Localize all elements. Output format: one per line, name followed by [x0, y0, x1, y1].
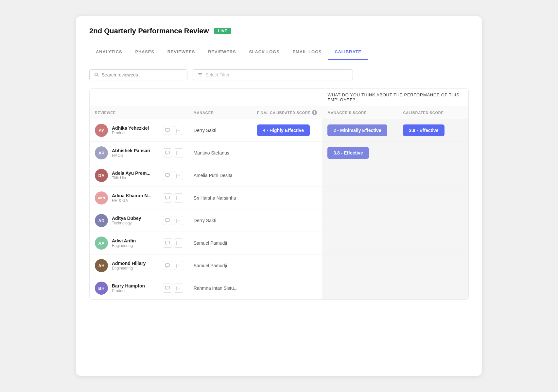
manager-cell: Rahmna Intan Sistu... — [188, 277, 252, 300]
calibrated-score-cell — [398, 164, 468, 187]
calibrated-score-cell — [398, 187, 468, 209]
final-score-cell — [252, 254, 323, 277]
pin-button[interactable]: |← — [174, 193, 183, 203]
manager-score-cell — [322, 187, 398, 209]
th-what-header: What do you think about the performance … — [322, 89, 468, 106]
th-reviewee: REVIEWEE — [90, 106, 188, 119]
pin-button[interactable]: |← — [174, 126, 183, 135]
svg-rect-10 — [166, 241, 169, 244]
header: 2nd Quarterly Performance Review LIVE — [76, 16, 482, 42]
reviewee-dept: Engineering — [112, 266, 146, 270]
final-score-cell — [252, 164, 323, 187]
search-input[interactable] — [102, 72, 183, 77]
pin-button[interactable]: |← — [174, 148, 183, 157]
nav-item-analytics[interactable]: ANALYTICS — [89, 43, 129, 60]
th-empty-3 — [252, 89, 323, 106]
final-score-cell — [252, 209, 323, 232]
calibrated-score-cell — [398, 209, 468, 232]
calibrated-score-cell — [398, 277, 468, 300]
reviewee-cell: ADAditya DubeyTechnology|← — [90, 209, 188, 232]
reviewee-name: Adina Khairun N... — [112, 193, 151, 198]
pin-button[interactable]: |← — [174, 261, 183, 270]
manager-cell: Derry Sakti — [188, 209, 252, 232]
reviewee-name: Admond Hillary — [112, 261, 146, 266]
reviewee-name: Abhishek Pansari — [112, 148, 150, 153]
comment-button[interactable] — [163, 284, 172, 293]
table-row: AYAdhika YehezkielProduct|←Derry Sakti4 … — [90, 119, 468, 142]
final-score-cell — [252, 187, 323, 209]
th-manager: MANAGER — [188, 106, 252, 119]
th-manager-score: MANAGER'S SCORE — [322, 106, 398, 119]
avatar: AA — [95, 237, 108, 250]
nav-item-reviewees[interactable]: REVIEWEES — [161, 43, 202, 60]
final-score-cell: 4 - Highly Effective — [252, 119, 323, 142]
filter-icon — [198, 72, 203, 77]
manager-score-cell — [322, 232, 398, 254]
comment-button[interactable] — [163, 261, 172, 270]
filter-box[interactable]: Select Filter — [193, 69, 353, 80]
reviewee-dept: Engineering — [112, 243, 136, 248]
table-row: DAAdela Ayu Prem...Titik Ula|←Amelia Put… — [90, 164, 468, 187]
manager-cell: Samuel Pamudji — [188, 232, 252, 254]
reviewee-dept: Technology — [112, 221, 141, 225]
pin-button[interactable]: |← — [174, 216, 183, 225]
final-score-chip: 4 - Highly Effective — [257, 124, 310, 136]
comment-button[interactable] — [163, 193, 172, 203]
manager-score-cell — [322, 209, 398, 232]
reviewee-cell: APAbhishek PansariFMCG|← — [90, 142, 188, 164]
svg-rect-9 — [166, 219, 169, 221]
super-header-row: What do you think about the performance … — [90, 89, 468, 106]
search-icon — [94, 72, 99, 77]
comment-button[interactable] — [163, 216, 172, 225]
calibrated-score-chip: 3.8 - Effective — [403, 124, 444, 136]
calibrated-score-cell: 3.8 - Effective — [398, 119, 468, 142]
manager-cell: Derry Sakti — [188, 119, 252, 142]
avatar: AH — [95, 259, 108, 272]
comment-button[interactable] — [163, 171, 172, 180]
manager-cell: Samuel Pamudji — [188, 254, 252, 277]
data-table-container: What do you think about the performance … — [89, 88, 469, 300]
nav-item-email-logs[interactable]: EMAIL LOGS — [286, 43, 328, 60]
reviewee-name: Adhika Yehezkiel — [112, 125, 149, 131]
comment-button[interactable] — [163, 126, 172, 135]
reviewee-name: Aditya Dubey — [112, 216, 141, 221]
comment-button[interactable] — [163, 238, 172, 248]
th-empty-2 — [188, 89, 252, 106]
th-calibrated-score: CALIBRATED SCORE — [398, 106, 468, 119]
nav-item-calibrate[interactable]: CALIBRATE — [328, 43, 368, 60]
th-empty-1 — [90, 89, 188, 106]
reviewee-dept: FMCG — [112, 153, 150, 158]
manager-score-cell — [322, 254, 398, 277]
nav-item-reviewers[interactable]: REVIEWERS — [201, 43, 242, 60]
main-card: 2nd Quarterly Performance Review LIVE AN… — [76, 16, 482, 376]
pin-button[interactable]: |← — [174, 238, 183, 248]
reviewee-name: Adwi Arifin — [112, 238, 136, 243]
table-row: AAAdwi ArifinEngineering|←Samuel Pamudji — [90, 232, 468, 254]
reviewee-dept: Product — [112, 288, 145, 293]
nav-item-phases[interactable]: PHASES — [129, 43, 161, 60]
manager-cell: Sri Harsha Narsimha — [188, 187, 252, 209]
navigation: ANALYTICSPHASESREVIEWEESREVIEWERSSLACK L… — [76, 43, 482, 60]
final-score-cell — [252, 142, 323, 164]
manager-score-cell — [322, 277, 398, 300]
manager-score-cell — [322, 164, 398, 187]
reviewee-dept: Titik Ula — [112, 176, 150, 180]
calibrated-score-cell — [398, 232, 468, 254]
table-row: APAbhishek PansariFMCG|←Mantino Stefanus… — [90, 142, 468, 164]
page-title: 2nd Quarterly Performance Review — [89, 27, 209, 35]
nav-item-slack-logs[interactable]: SLACK LOGS — [242, 43, 286, 60]
table-row: AKNAdina Khairun N...HR & GA|←Sri Harsha… — [90, 187, 468, 209]
comment-button[interactable] — [163, 148, 172, 157]
filter-label: Select Filter — [205, 72, 230, 77]
reviewee-name: Adela Ayu Prem... — [112, 171, 150, 176]
pin-button[interactable]: |← — [174, 284, 183, 293]
svg-line-1 — [97, 75, 98, 76]
manager-score-chip: 2 - Minimally Effective — [327, 124, 387, 136]
reviewee-cell: DAAdela Ayu Prem...Titik Ula|← — [90, 164, 188, 187]
reviewee-cell: AKNAdina Khairun N...HR & GA|← — [90, 187, 188, 209]
reviewee-dept: HR & GA — [112, 198, 151, 203]
search-box[interactable] — [89, 69, 187, 80]
avatar: AD — [95, 214, 108, 227]
avatar: AKN — [95, 191, 108, 204]
pin-button[interactable]: |← — [174, 171, 183, 180]
